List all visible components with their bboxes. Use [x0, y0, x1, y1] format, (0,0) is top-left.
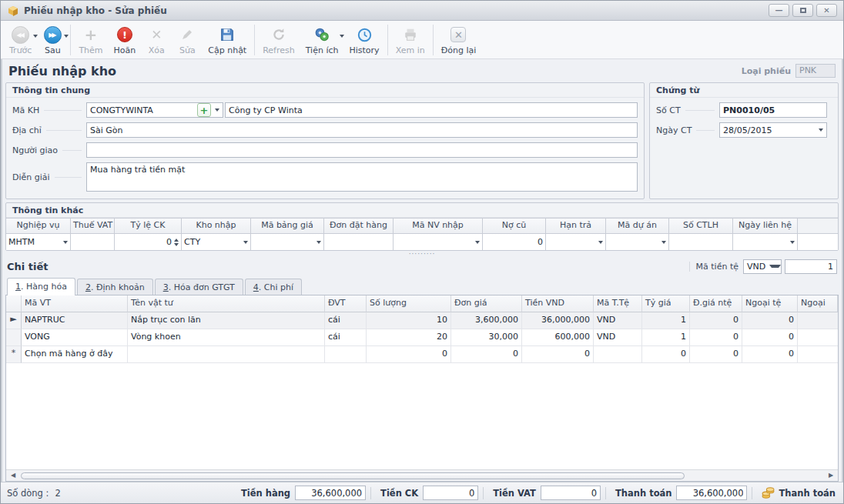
- forward-icon: ▶▶: [44, 26, 62, 44]
- toolbar-separator: [254, 25, 255, 55]
- project-code-dropdown[interactable]: [606, 234, 669, 250]
- tab-hoa-don-gtgt[interactable]: 3. Hóa đơn GTGT: [155, 279, 243, 295]
- clock-icon: [357, 28, 372, 42]
- voucher-group-title: Chứng từ: [650, 83, 838, 98]
- toolbar: ◀◀ Trước ▶▶ Sau + Thêm ! Hoãn ✕ Xóa: [1, 21, 843, 59]
- close-voucher-button[interactable]: ✕ Đóng lại: [436, 22, 482, 58]
- splitter-handle[interactable]: ·········: [5, 251, 839, 257]
- refresh-button[interactable]: Refresh: [257, 22, 300, 58]
- currency-dropdown[interactable]: VND: [743, 259, 782, 274]
- coins-icon: [762, 486, 775, 499]
- table-row[interactable]: VONG Vòng khoen cái 20 30,000 600,000 VN…: [6, 329, 838, 346]
- currency-label: Mã tiền tệ: [689, 262, 738, 272]
- cancel-button[interactable]: ! Hoãn: [109, 22, 142, 58]
- general-info-title: Thông tin chung: [6, 83, 644, 98]
- add-button[interactable]: + Thêm: [73, 22, 108, 58]
- old-debt-field[interactable]: 0: [483, 234, 546, 250]
- address-label: Địa chỉ: [12, 125, 86, 135]
- minimize-button[interactable]: —: [769, 4, 789, 17]
- voucher-type-value: PNK: [795, 64, 836, 78]
- save-button[interactable]: Cập nhật: [203, 22, 252, 58]
- price-list-dropdown[interactable]: [251, 234, 324, 250]
- window-title: Phiếu nhập kho - Sửa phiếu: [24, 5, 765, 16]
- payment-total: Thanh toán: [611, 486, 748, 500]
- scroll-left-icon[interactable]: ◀: [8, 472, 18, 479]
- refresh-icon: [272, 28, 286, 42]
- other-info-value-row: MHTM 0 CTY: [6, 233, 838, 250]
- related-doc-field[interactable]: [669, 234, 733, 250]
- scroll-right-icon[interactable]: ▶: [826, 472, 836, 479]
- voucher-date-label: Ngày CT: [656, 125, 719, 135]
- status-bar: Số dòng : 2 Tiền hàng Tiền CK Tiền VAT T…: [1, 482, 843, 503]
- vat-field[interactable]: [71, 234, 115, 250]
- business-type-dropdown[interactable]: MHTM: [6, 234, 71, 250]
- due-date-dropdown[interactable]: [546, 234, 606, 250]
- scrollbar-thumb[interactable]: [21, 472, 685, 479]
- horizontal-scrollbar[interactable]: ◀ ▶: [6, 469, 838, 481]
- current-row-icon: ►: [6, 312, 22, 329]
- voucher-date-input[interactable]: [720, 124, 815, 137]
- customer-code-label: Mã KH: [12, 105, 86, 115]
- tab-dinh-khoan[interactable]: 2. Định khoản: [77, 279, 153, 295]
- customer-dropdown-button[interactable]: [211, 103, 223, 117]
- warehouse-dropdown[interactable]: CTY: [182, 234, 251, 250]
- package-icon: [7, 5, 19, 17]
- detail-grid: Mã VT Tên vật tư ĐVT Số lượng Đơn giá Ti…: [5, 295, 839, 482]
- contact-date-dropdown[interactable]: [733, 234, 798, 250]
- pencil-icon: [180, 28, 194, 42]
- voucher-number-input[interactable]: [719, 102, 827, 118]
- date-dropdown-button[interactable]: [815, 129, 826, 132]
- payment-total-input[interactable]: [676, 486, 747, 500]
- exclamation-icon: !: [117, 27, 132, 42]
- next-button[interactable]: ▶▶ Sau: [37, 22, 68, 58]
- voucher-date-picker[interactable]: [719, 122, 827, 138]
- discount-total-input[interactable]: [423, 486, 478, 500]
- voucher-type-label: Loại phiếu: [742, 66, 791, 76]
- staff-code-dropdown[interactable]: [394, 234, 483, 250]
- page-title: Phiếu nhập kho: [8, 64, 742, 78]
- next-dropdown-caret[interactable]: [64, 35, 69, 38]
- detail-title: Chi tiết: [7, 261, 689, 272]
- print-preview-button[interactable]: Xem in: [390, 22, 430, 58]
- other-info-group: Thông tin khác Nghiệp vụ Thuế VAT Tỷ lệ …: [5, 202, 839, 251]
- delete-button[interactable]: ✕ Xóa: [141, 22, 172, 58]
- back-icon: ◀◀: [12, 26, 29, 44]
- discount-rate-spinner[interactable]: 0: [115, 234, 182, 250]
- address-input[interactable]: [86, 122, 638, 138]
- spinner-arrows-icon[interactable]: [174, 239, 179, 246]
- voucher-number-label: Số CT: [656, 105, 719, 115]
- deliverer-label: Người giao: [12, 145, 86, 155]
- toolbar-separator: [70, 25, 71, 55]
- tab-chi-phi[interactable]: 4. Chi phí: [245, 279, 302, 295]
- row-count-label: Số dòng :: [7, 488, 49, 499]
- app-window: Phiếu nhập kho - Sửa phiếu — ✕ ◀◀ Trước …: [0, 0, 844, 504]
- table-row[interactable]: ► NAPTRUC Nắp trục con lăn cái 10 3,600,…: [6, 312, 838, 329]
- edit-button[interactable]: Sửa: [172, 22, 203, 58]
- pay-button[interactable]: Thanh toán: [757, 486, 837, 499]
- other-info-title: Thông tin khác: [6, 203, 838, 218]
- currency-dropdown-button[interactable]: [769, 265, 781, 268]
- content-area: Thông tin chung Mã KH + Địa chỉ: [1, 81, 843, 482]
- customer-code-input[interactable]: [87, 103, 197, 117]
- history-button[interactable]: History: [343, 22, 384, 58]
- maximize-button[interactable]: [792, 4, 813, 17]
- row-count-value: 2: [55, 488, 60, 499]
- new-row[interactable]: * Chọn mã hàng ở đây 0 0 0 0 0 0: [6, 346, 838, 363]
- exchange-rate-input[interactable]: [785, 259, 837, 274]
- purchase-order-field[interactable]: [324, 234, 394, 250]
- customer-name-input[interactable]: [225, 102, 638, 118]
- description-input[interactable]: Mua hàng trả tiền mặt: [86, 162, 638, 192]
- deliverer-input[interactable]: [86, 142, 638, 158]
- close-icon: ✕: [450, 27, 466, 42]
- general-info-group: Thông tin chung Mã KH + Địa chỉ: [5, 82, 645, 199]
- utilities-button[interactable]: Tiện ích: [300, 22, 344, 58]
- close-button[interactable]: ✕: [816, 4, 837, 17]
- add-customer-button[interactable]: +: [197, 103, 211, 117]
- vat-total-input[interactable]: [541, 486, 601, 500]
- title-bar: Phiếu nhập kho - Sửa phiếu — ✕: [1, 1, 843, 21]
- printer-icon: [404, 28, 417, 42]
- goods-total: Tiền hàng: [236, 486, 366, 500]
- tab-hang-hoa[interactable]: 1. Hàng hóa: [7, 278, 75, 295]
- prev-button[interactable]: ◀◀ Trước: [4, 22, 37, 58]
- goods-total-input[interactable]: [295, 486, 366, 500]
